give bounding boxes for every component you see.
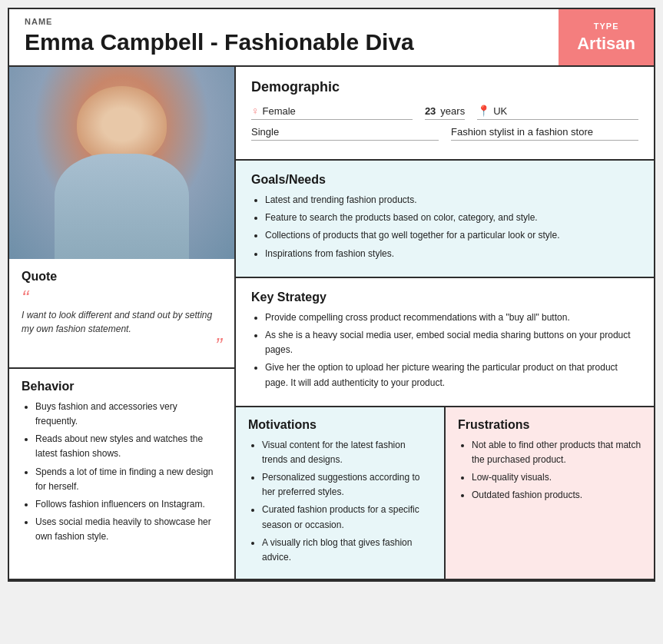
gender-value: Female <box>263 105 296 117</box>
quote-text: I want to look different and stand out b… <box>22 308 222 336</box>
list-item: As she is a heavy social media user, emb… <box>265 328 638 357</box>
goals-title: Goals/Needs <box>251 173 638 187</box>
list-item: Inspirations from fashion styles. <box>265 247 638 261</box>
occupation-field: Fashion stylist in a fashion store <box>451 126 638 141</box>
list-item: Uses social media heavily to showcase he… <box>35 515 222 544</box>
goals-list: Latest and trending fashion products. Fe… <box>251 193 638 261</box>
frustrations-section: Frustrations Not able to find other prod… <box>446 407 654 579</box>
age-label: years <box>440 105 465 117</box>
location-value: UK <box>493 105 507 117</box>
list-item: Personalized suggestions according to he… <box>262 470 432 500</box>
demographic-title: Demographic <box>251 79 638 95</box>
behavior-section: Behavior Buys fashion and accessories ve… <box>9 369 234 560</box>
right-column: Demographic ♀ Female 23 years 📍 UK <box>236 67 654 579</box>
demographic-section: Demographic ♀ Female 23 years 📍 UK <box>236 67 654 161</box>
bottom-row: Motivations Visual content for the lates… <box>236 407 654 579</box>
list-item: Buys fashion and accessories very freque… <box>35 400 222 429</box>
relationship-value: Single <box>251 126 279 138</box>
open-quote-icon: “ <box>22 290 222 307</box>
motivations-section: Motivations Visual content for the lates… <box>236 407 446 579</box>
list-item: Follows fashion influencers on Instagram… <box>35 497 222 512</box>
list-item: Outdated fashion products. <box>472 488 641 503</box>
motivations-title: Motivations <box>248 418 432 432</box>
behavior-list: Buys fashion and accessories very freque… <box>22 400 222 545</box>
age-field: 23 years <box>425 105 465 120</box>
body: Quote “ I want to look different and sta… <box>9 67 654 580</box>
motivations-list: Visual content for the latest fashion tr… <box>248 438 432 566</box>
list-item: Provide compelling cross product recomme… <box>265 310 638 325</box>
list-item: Low-quality visuals. <box>472 470 641 485</box>
left-column: Quote “ I want to look different and sta… <box>9 67 236 579</box>
age-value: 23 <box>425 105 436 117</box>
persona-card: NAME Emma Campbell - Fashionable Diva TY… <box>8 8 655 582</box>
list-item: Curated fashion products for a specific … <box>262 503 432 532</box>
type-badge: TYPE Artisan <box>559 9 654 65</box>
list-item: Feature to search the products based on … <box>265 211 638 225</box>
list-item: Visual content for the latest fashion tr… <box>262 438 432 467</box>
frustrations-title: Frustrations <box>458 418 641 432</box>
persona-name: Emma Campbell - Fashionable Diva <box>25 29 543 55</box>
strategy-section: Key Strategy Provide compelling cross pr… <box>236 278 654 407</box>
close-quote-icon: ” <box>22 337 222 354</box>
location-icon: 📍 <box>477 105 490 117</box>
frustrations-list: Not able to find other products that mat… <box>458 438 641 503</box>
type-label: TYPE <box>594 22 619 31</box>
relationship-field: Single <box>251 126 439 141</box>
list-item: Reads about new styles and watches the l… <box>35 432 222 461</box>
list-item: Give her the option to upload her pictur… <box>265 360 638 390</box>
gender-icon: ♀ <box>251 105 260 117</box>
persona-photo <box>9 67 234 259</box>
occupation-value: Fashion stylist in a fashion store <box>451 126 593 138</box>
list-item: Collections of products that go well tog… <box>265 228 638 243</box>
type-value: Artisan <box>577 34 635 54</box>
list-item: Latest and trending fashion products. <box>265 193 638 207</box>
location-field: 📍 UK <box>477 105 638 120</box>
list-item: A visually rich blog that gives fashion … <box>262 536 432 565</box>
quote-section: Quote “ I want to look different and sta… <box>9 259 234 369</box>
gender-field: ♀ Female <box>251 105 413 120</box>
quote-title: Quote <box>22 270 222 284</box>
demo-row-2: Single Fashion stylist in a fashion stor… <box>251 126 638 141</box>
header: NAME Emma Campbell - Fashionable Diva TY… <box>9 9 654 67</box>
goals-section: Goals/Needs Latest and trending fashion … <box>236 161 654 278</box>
strategy-title: Key Strategy <box>251 290 638 304</box>
list-item: Spends a lot of time in finding a new de… <box>35 465 222 494</box>
demo-row-1: ♀ Female 23 years 📍 UK <box>251 105 638 120</box>
list-item: Not able to find other products that mat… <box>472 438 641 467</box>
strategy-list: Provide compelling cross product recomme… <box>251 310 638 390</box>
name-label: NAME <box>25 17 543 26</box>
header-left: NAME Emma Campbell - Fashionable Diva <box>9 9 559 65</box>
behavior-title: Behavior <box>22 380 222 393</box>
